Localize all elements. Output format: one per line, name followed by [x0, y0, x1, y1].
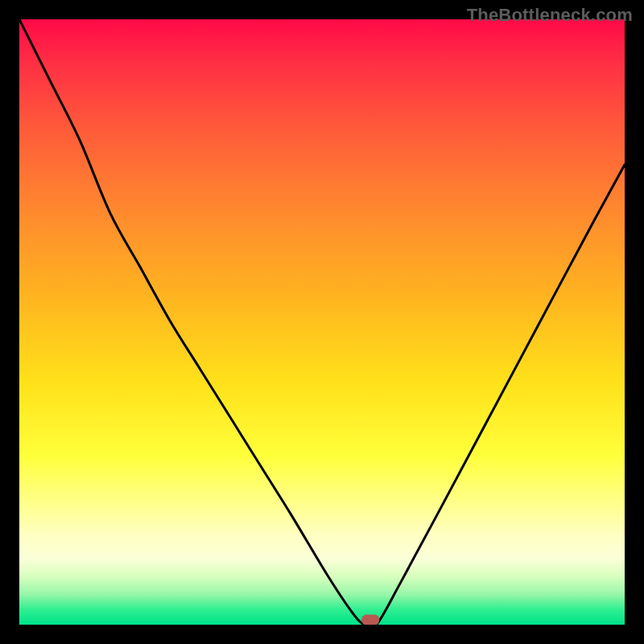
chart-frame: TheBottleneck.com: [0, 0, 644, 644]
chart-gradient-background: [19, 19, 625, 625]
watermark-text: TheBottleneck.com: [467, 5, 633, 26]
